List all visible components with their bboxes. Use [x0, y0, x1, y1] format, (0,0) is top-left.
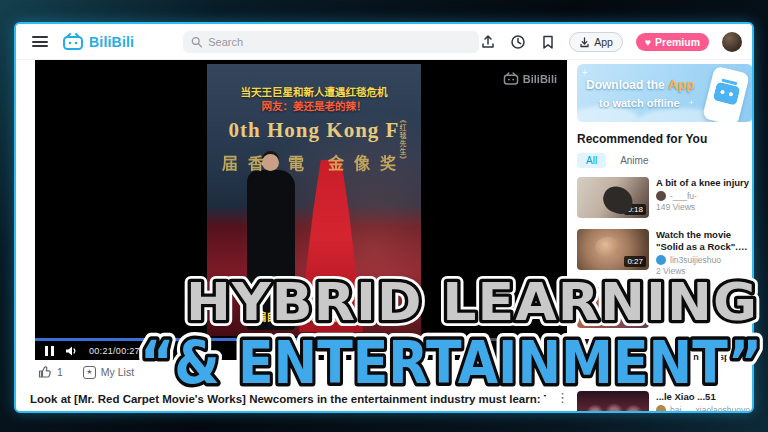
bilibili-page: BiliBili: [14, 22, 754, 413]
channel-avatar: [656, 191, 666, 201]
bookmark-icon: [540, 34, 556, 50]
rec-title[interactable]: Watch the movie "Solid as a Rock". Betwe…: [656, 229, 753, 253]
thumbnail[interactable]: [577, 287, 649, 328]
rec-title[interactable]: A bit of a knee injury: [656, 177, 753, 189]
bilibili-logo[interactable]: BiliBili: [62, 33, 134, 50]
upload-button[interactable]: [479, 34, 496, 51]
phone-illustration: [702, 65, 750, 122]
filter-chips: All Anime: [577, 153, 753, 168]
like-button[interactable]: 1: [38, 365, 63, 379]
get-app-button[interactable]: App: [569, 32, 623, 52]
video-frame[interactable]: 当天王巨星和新人遭遇红毯危机 网友：姜还是老的辣！ 0th Hong Kong …: [207, 64, 421, 336]
bilibili-watermark-icon: [503, 72, 519, 85]
video-caption-top2: 网友：姜还是老的辣！: [207, 98, 421, 113]
recommended-item-2[interactable]: 0:27 Watch the movie "Solid as a Rock". …: [577, 229, 753, 276]
thumbnail[interactable]: 0:27: [577, 229, 649, 270]
time-display: 00:21/00:27: [89, 346, 140, 356]
recommended-heading: Recommended for You: [577, 132, 753, 146]
rec-channel[interactable]: lin3suijieshuo: [656, 255, 753, 265]
thumbnail[interactable]: [577, 391, 649, 413]
channel-avatar: [656, 255, 666, 265]
stage-backdrop-text2: 届香 電 金像奖: [207, 150, 421, 174]
premium-button-label: Premium: [655, 36, 700, 48]
player-watermark: BiliBili: [503, 72, 557, 85]
video-title: Look at [Mr. Red Carpet Movie's Works] N…: [30, 393, 546, 405]
recommended-item-5[interactable]: ...le Xiao ...51 bai___xiaolaoshuovo 274…: [577, 391, 753, 413]
channel-name: bai___xiaolaoshuovo: [670, 405, 750, 413]
controls-row: 00:21/00:27: [35, 341, 567, 360]
channel-name: lin3suijieshuo: [670, 255, 721, 265]
recommended-list: 0:18 A bit of a knee injury -___fu- 149 …: [577, 177, 753, 413]
watchlist-button[interactable]: [539, 34, 556, 51]
thumbnail[interactable]: [577, 339, 649, 380]
recommended-item-3[interactable]: [Divine Dance from Cla......ies] ...: [577, 287, 753, 328]
download-icon: [579, 37, 590, 48]
menu-icon[interactable]: [32, 36, 48, 47]
my-list-button[interactable]: ★ My List: [83, 366, 134, 379]
thumbnail[interactable]: 0:18: [577, 177, 649, 218]
stage-backdrop-text: 0th Hong Kong F: [207, 118, 421, 143]
logo-wordmark: BiliBili: [89, 34, 134, 50]
like-count: 1: [57, 366, 63, 378]
banner-app-highlight: App: [668, 77, 694, 92]
header-actions: App ♥ Premium: [479, 24, 742, 60]
search-icon: [191, 36, 202, 48]
channel-avatar: [656, 405, 666, 413]
filter-anime[interactable]: Anime: [620, 155, 648, 166]
rec-views: 2 Views: [656, 266, 753, 276]
duration-badge: 0:18: [624, 204, 646, 215]
pause-button[interactable]: [45, 346, 54, 356]
my-list-icon: ★: [83, 366, 96, 379]
watermark-label: BiliBili: [523, 73, 557, 85]
user-avatar[interactable]: [722, 32, 742, 52]
duration-badge: 0:27: [624, 256, 646, 267]
upload-icon: [480, 34, 496, 50]
clock-icon: [510, 34, 526, 50]
recommended-item-1[interactable]: 0:18 A bit of a knee injury -___fu- 149 …: [577, 177, 753, 218]
sidebar: Download the App to watch offline Recomm…: [577, 64, 753, 413]
search-input[interactable]: [208, 36, 471, 48]
banner-text: Download the App to watch offline: [586, 75, 694, 112]
rec-views: 149 Views: [656, 202, 753, 212]
rec-channel[interactable]: -___fu-: [656, 191, 753, 201]
filter-all[interactable]: All: [577, 153, 606, 168]
volume-icon[interactable]: [65, 345, 78, 357]
my-list-label: My List: [101, 366, 134, 378]
video-caption-top1: 当天王巨星和新人遭遇红毯危机: [207, 84, 421, 99]
banner-line1: Download the: [586, 78, 668, 92]
player-controls: 00:21/00:27: [35, 338, 567, 360]
video-caption-bottom1: 电影《红毯先生》: [207, 292, 421, 308]
recommended-item-4[interactable]: Watch [the movie Saving the Suspect]. Th…: [577, 339, 753, 380]
video-actions: 1 ★ My List: [38, 365, 134, 379]
download-app-banner[interactable]: Download the App to watch offline: [577, 64, 753, 122]
more-options-icon[interactable]: ⋮: [556, 390, 569, 405]
rec-title[interactable]: [Divine Dance from Cla......ies] ...: [656, 287, 753, 311]
premium-button[interactable]: ♥ Premium: [636, 33, 709, 51]
heart-icon: ♥: [645, 36, 651, 48]
bilibili-tv-icon: [62, 33, 84, 50]
thumbs-up-icon: [38, 365, 52, 379]
rec-channel[interactable]: bai___xiaolaoshuovo: [656, 405, 753, 413]
video-player: 当天王巨星和新人遭遇红毯危机 网友：姜还是老的辣！ 0th Hong Kong …: [35, 60, 567, 360]
banner-line2: to watch offline: [586, 95, 694, 112]
vertical-caption: 《红毯先生》: [397, 116, 407, 164]
bilibili-face-icon: [713, 81, 741, 105]
rec-title[interactable]: Watch [the movie Saving the Suspect]. Th…: [656, 339, 753, 363]
app-button-label: App: [594, 36, 613, 48]
top-navbar: BiliBili: [16, 24, 752, 60]
search-bar[interactable]: [183, 31, 479, 53]
history-button[interactable]: [509, 34, 526, 51]
channel-name: -___fu-: [670, 191, 697, 201]
rec-title[interactable]: ...le Xiao ...51: [656, 391, 753, 403]
video-caption-bottom2: 改编自娱乐圈999件真实事件: [207, 308, 421, 324]
